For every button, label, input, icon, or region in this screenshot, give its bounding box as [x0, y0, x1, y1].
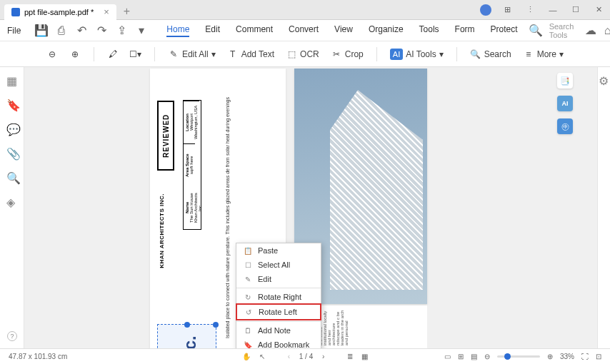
thumbnails-icon[interactable]: ▦ [6, 74, 18, 86]
settings-icon[interactable]: ⊞ [500, 3, 514, 17]
highlight-button[interactable]: 🖍 [103, 46, 123, 63]
selected-text: Khan cts Inc. [166, 332, 197, 348]
ctx-paste[interactable]: 📋Paste [236, 243, 321, 258]
ctx-add-bookmark[interactable]: 🔖Add Bookmark [236, 338, 321, 348]
menu-tabs: Home Edit Comment Convert View Organize … [166, 24, 517, 37]
status-bar: 47.87 x 101.93 cm ✋ ↖ ‹ 1 / 4 › ≣ ▦ ▭ ⊞ … [0, 348, 610, 364]
zoom-in-status[interactable]: ⊕ [547, 353, 553, 360]
file-menu[interactable]: File [7, 26, 21, 36]
save-icon[interactable]: 💾 [36, 26, 46, 36]
search-button[interactable]: 🔍Search [466, 46, 516, 63]
dimensions-label: 47.87 x 101.93 cm [9, 353, 67, 360]
tab-title: ppt file-sample.pdf * [24, 8, 94, 16]
user-avatar[interactable] [480, 4, 491, 16]
ctx-add-note[interactable]: 🗒Add Note [236, 323, 321, 338]
share-icon[interactable]: ⇪ [116, 26, 126, 36]
search-tools[interactable]: Search Tools [549, 22, 577, 39]
view-mode-2-icon[interactable]: ⊞ [458, 353, 464, 360]
float-copy-button[interactable]: 📑 [557, 73, 573, 89]
bookmark-icon: 🔖 [244, 340, 252, 348]
note-icon: 🗒 [244, 326, 252, 335]
zoom-percent[interactable]: 33% [560, 353, 574, 360]
close-tab-icon[interactable]: × [104, 6, 109, 17]
edit-icon: ✎ [244, 275, 252, 283]
help-icon[interactable]: ? [7, 331, 17, 341]
menu-bar: File 💾 ⎙ ↶ ↷ ⇪ ▾ Home Edit Comment Conve… [0, 20, 610, 41]
fit-page-icon[interactable]: ⛶ [581, 353, 589, 360]
tab-view[interactable]: View [334, 24, 353, 37]
toolbar: ⊖ ⊕ 🖍 ☐▾ ✎Edit All▾ TAdd Text ⬚OCR ✂Crop… [0, 41, 610, 67]
zoom-thumb[interactable] [504, 353, 511, 360]
comments-icon[interactable]: 💬 [6, 123, 18, 134]
dropdown-icon[interactable]: ▾ [136, 26, 146, 36]
bookmarks-icon[interactable]: 🔖 [6, 98, 18, 110]
ai-tools-button[interactable]: AIAI Tools▾ [386, 46, 448, 63]
ctx-rotate-left[interactable]: ↺Rotate Left [236, 303, 321, 320]
float-ai-button[interactable]: AI [557, 96, 573, 111]
more-button[interactable]: ≡More▾ [519, 46, 568, 63]
float-translate-button[interactable]: ㊥ [557, 118, 573, 134]
tab-tools[interactable]: Tools [419, 24, 439, 37]
context-menu: 📋Paste ☐Select All ✎Edit ↻Rotate Right ↺… [236, 243, 321, 348]
prev-page-button[interactable]: ‹ [288, 353, 290, 360]
close-window-button[interactable]: ✕ [591, 3, 606, 17]
view-mode-1-icon[interactable]: ▭ [444, 353, 451, 360]
add-text-button[interactable]: TAdd Text [223, 46, 279, 63]
resize-handle[interactable] [213, 322, 219, 328]
view-mode-3-icon[interactable]: ▤ [471, 353, 477, 360]
info-table: LocationWestport Washington, USA Area Sp… [183, 100, 201, 230]
zoom-slider[interactable] [497, 355, 540, 358]
right-sidebar: ⚙ [597, 67, 610, 348]
properties-icon[interactable]: ⚙ [599, 74, 610, 86]
menu-dots-icon[interactable]: ⋮ [523, 3, 537, 17]
attachments-icon[interactable]: 📎 [6, 147, 18, 158]
tab-convert[interactable]: Convert [289, 24, 319, 37]
pdf-icon [11, 8, 20, 16]
zoom-in-button[interactable]: ⊕ [65, 46, 85, 63]
redo-icon[interactable]: ↷ [96, 26, 106, 36]
search-icon[interactable]: 🔍 [531, 26, 541, 36]
shape-button[interactable]: ☐▾ [126, 46, 146, 63]
select-all-icon: ☐ [244, 261, 252, 269]
rotate-handle[interactable] [184, 322, 190, 328]
minimize-button[interactable]: — [546, 3, 560, 17]
zoom-out-button[interactable]: ⊖ [42, 46, 62, 63]
maximize-button[interactable]: ☐ [569, 3, 583, 17]
title-bar: ppt file-sample.pdf * × + ⊞ ⋮ — ☐ ✕ [0, 0, 610, 20]
tab-edit[interactable]: Edit [205, 24, 220, 37]
tab-form[interactable]: Form [455, 24, 475, 37]
print-icon[interactable]: ⎙ [56, 26, 66, 36]
select-mode-icon[interactable]: ↖ [259, 353, 265, 360]
rotate-right-icon: ↻ [244, 293, 252, 301]
document-viewport[interactable]: REVIEWED LocationWestport Washington, US… [24, 67, 597, 348]
new-tab-button[interactable]: + [124, 5, 130, 18]
tab-comment[interactable]: Comment [236, 24, 273, 37]
tab-home[interactable]: Home [166, 24, 189, 37]
ctx-rotate-right[interactable]: ↻Rotate Right [236, 290, 321, 304]
expand-icon[interactable]: ⌂ [604, 26, 610, 36]
layers-icon[interactable]: ◈ [6, 196, 18, 207]
reviewed-stamp: REVIEWED [157, 101, 174, 171]
selection-box[interactable]: Khan cts Inc. [157, 324, 216, 348]
total-pages: 4 [309, 353, 314, 360]
undo-icon[interactable]: ↶ [76, 26, 86, 36]
cursor-mode-icon[interactable]: ✋ [242, 353, 251, 360]
page-layout-icon[interactable]: ▦ [361, 353, 368, 360]
crop-button[interactable]: ✂Crop [326, 46, 368, 63]
cloud-icon[interactable]: ☁ [586, 26, 596, 36]
tab-organize[interactable]: Organize [369, 24, 404, 37]
left-sidebar: ▦ 🔖 💬 📎 🔍 ◈ [0, 67, 24, 348]
page-number[interactable]: 1 [299, 353, 304, 360]
tab-protect[interactable]: Protect [491, 24, 518, 37]
scroll-mode-icon[interactable]: ≣ [347, 353, 353, 360]
ctx-select-all[interactable]: ☐Select All [236, 258, 321, 272]
rotate-left-icon: ↺ [244, 308, 253, 316]
document-tab[interactable]: ppt file-sample.pdf * × [4, 4, 116, 20]
ocr-button[interactable]: ⬚OCR [281, 46, 324, 63]
search-sidebar-icon[interactable]: 🔍 [6, 171, 18, 183]
ctx-edit[interactable]: ✎Edit [236, 272, 321, 286]
fullscreen-icon[interactable]: ⊡ [596, 353, 601, 360]
next-page-button[interactable]: › [322, 353, 324, 360]
edit-all-button[interactable]: ✎Edit All▾ [164, 46, 220, 63]
zoom-out-status[interactable]: ⊖ [484, 353, 490, 360]
